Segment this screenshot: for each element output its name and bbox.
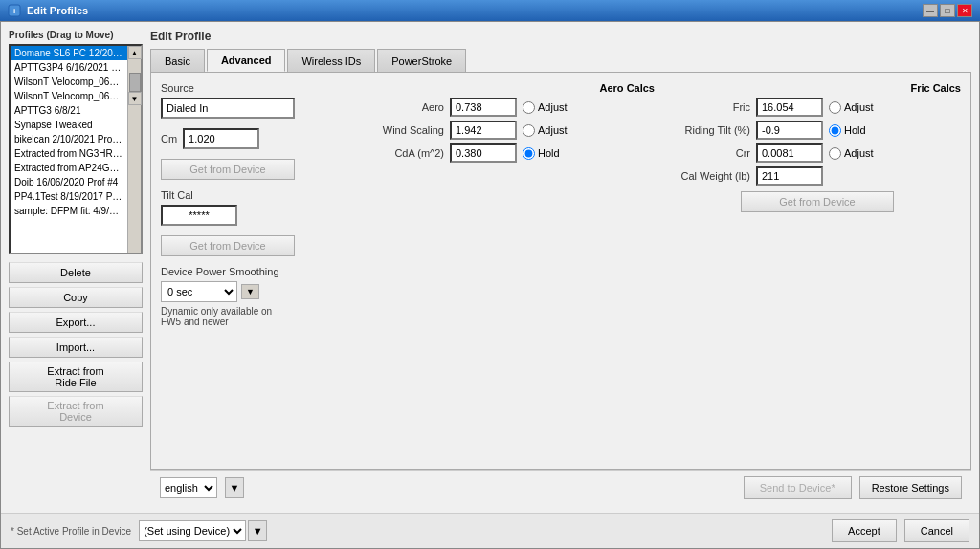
riding-tilt-hold-radio[interactable] [829, 124, 841, 137]
language-select[interactable]: english french german spanish [160, 477, 217, 498]
left-panel: Profiles (Drag to Move) Domane SL6 PC 12… [9, 30, 143, 505]
crr-row: Crr Adjust [674, 143, 961, 163]
aero-adjust-row: Adjust [523, 101, 568, 114]
tabs: Basic Advanced Wireless IDs PowerStroke [150, 49, 971, 72]
crr-label: Crr [674, 147, 750, 159]
list-item[interactable]: Domane SL6 PC 12/20/20 Prof# 4 [11, 46, 127, 60]
crr-adjust-radio[interactable] [829, 147, 841, 160]
smoothing-select[interactable]: 0 sec 1 sec 2 sec 3 sec 5 sec [161, 281, 237, 302]
crr-radio-group: Adjust [829, 147, 874, 160]
scroll-thumb[interactable] [129, 73, 141, 92]
footer-text: * Set Active Profile in Device [11, 526, 131, 537]
cda-hold-radio[interactable] [523, 147, 535, 160]
tab-basic[interactable]: Basic [150, 49, 205, 72]
wind-scaling-label: Wind Scaling [368, 124, 444, 136]
tab-wireless-ids[interactable]: Wireless IDs [287, 49, 375, 72]
wind-adjust-label: Adjust [538, 124, 568, 136]
maximize-button[interactable]: □ [940, 4, 955, 17]
list-item[interactable]: Extracted from AP24G3P3_05_30_2021_08 [11, 161, 127, 175]
cancel-button[interactable]: Cancel [904, 519, 969, 542]
left-buttons: Delete Copy Export... Import... Extract … [9, 262, 143, 427]
edit-profile-label: Edit Profile [150, 30, 971, 43]
cal-weight-input[interactable] [756, 166, 823, 186]
tab-powerstroke[interactable]: PowerStroke [377, 49, 466, 72]
profiles-label: Profiles (Drag to Move) [9, 30, 143, 40]
minimize-button[interactable]: — [923, 4, 938, 17]
get-from-device-3-button[interactable]: Get from Device [741, 191, 894, 212]
list-item[interactable]: Synapse Tweaked [11, 118, 127, 132]
advanced-right-top: Aero Calcs Aero Adjust [368, 82, 961, 212]
extract-from-device-button[interactable]: Extract fromDevice [9, 396, 143, 427]
tab-advanced[interactable]: Advanced [207, 49, 286, 72]
wind-adjust-radio[interactable] [523, 124, 535, 137]
riding-tilt-input[interactable] [756, 121, 823, 140]
riding-tilt-hold-label: Hold [844, 124, 866, 136]
fric-input[interactable] [756, 98, 823, 117]
language-dropdown-arrow[interactable]: ▼ [225, 477, 244, 498]
aero-input[interactable] [450, 98, 517, 117]
scroll-up-arrow[interactable]: ▲ [128, 46, 142, 59]
aero-calcs-label: Aero Calcs [368, 82, 655, 94]
aero-block: Aero Calcs Aero Adjust [368, 82, 655, 212]
list-item[interactable]: Doib 16/06/2020 Prof #4 [11, 175, 127, 189]
list-item[interactable]: bikelcan 2/10/2021 Prof# 1, Tweaked 6/4 [11, 132, 127, 146]
footer-dropdown: (Set using Device) ▼ [139, 520, 267, 541]
crr-adjust-label: Adjust [844, 147, 874, 159]
fric-row: Fric Adjust [674, 98, 961, 117]
source-input[interactable] [161, 98, 295, 119]
export-button[interactable]: Export... [9, 312, 143, 333]
active-profile-dropdown-arrow[interactable]: ▼ [248, 520, 267, 541]
window-title: Edit Profiles [27, 5, 923, 16]
get-from-device-1-button[interactable]: Get from Device [161, 159, 295, 180]
list-item[interactable]: PP4.1Test 8/19/2017 Prof# 1 [11, 189, 127, 204]
cda-input[interactable] [450, 143, 517, 163]
window-controls: — □ ✕ [923, 4, 972, 17]
restore-settings-button[interactable]: Restore Settings [859, 476, 962, 499]
wind-scaling-row: Wind Scaling Adjust [368, 121, 655, 140]
fric-radio-group: Adjust [829, 101, 874, 114]
list-item[interactable]: WilsonT Velocomp_06_05_2 [11, 89, 127, 103]
list-item[interactable]: sample: DFPM fit: 4/9/2008 [11, 204, 127, 218]
fric-adjust-radio[interactable] [829, 101, 841, 114]
cal-weight-row: Cal Weight (lb) [674, 166, 961, 186]
list-item[interactable]: APTTG3P4 6/16/2021 Prof #4 [11, 60, 127, 75]
extract-from-ride-file-button[interactable]: Extract fromRide File [9, 362, 143, 392]
scroll-down-arrow[interactable]: ▼ [128, 92, 142, 105]
fric-adjust-label: Adjust [844, 101, 874, 113]
tilt-cal-group: Tilt Cal [161, 189, 352, 226]
right-panel: Edit Profile Basic Advanced Wireless IDs… [150, 30, 971, 505]
send-to-device-button[interactable]: Send to Device* [744, 476, 852, 499]
wind-scaling-input[interactable] [450, 121, 517, 140]
active-profile-select[interactable]: (Set using Device) [139, 520, 246, 541]
advanced-layout: Source Cm Get from Device Tilt Cal [161, 82, 961, 459]
cm-input[interactable] [183, 128, 259, 149]
list-item[interactable]: Extracted from NG3HR_05_30_2021_0813_ [11, 146, 127, 161]
dialog: Profiles (Drag to Move) Domane SL6 PC 12… [0, 21, 980, 549]
scrollbar[interactable]: ▲ ▼ [127, 46, 141, 253]
profiles-wrapper: Domane SL6 PC 12/20/20 Prof# 4APTTG3P4 6… [9, 44, 143, 254]
crr-adjust-row: Adjust [829, 147, 874, 160]
list-item[interactable]: WilsonT Velocomp_06_09_2 [11, 75, 127, 89]
aero-row: Aero Adjust [368, 98, 655, 117]
advanced-left-column: Source Cm Get from Device Tilt Cal [161, 82, 352, 459]
import-button[interactable]: Import... [9, 337, 143, 358]
crr-input[interactable] [756, 143, 823, 163]
tilt-cal-label: Tilt Cal [161, 189, 352, 201]
close-button[interactable]: ✕ [957, 4, 972, 17]
profiles-list[interactable]: Domane SL6 PC 12/20/20 Prof# 4APTTG3P4 6… [11, 46, 127, 253]
list-item[interactable]: APTTG3 6/8/21 [11, 103, 127, 118]
smoothing-row: 0 sec 1 sec 2 sec 3 sec 5 sec ▼ [161, 281, 352, 302]
accept-button[interactable]: Accept [832, 519, 897, 542]
riding-tilt-hold-row: Hold [829, 124, 866, 137]
riding-tilt-radio-group: Hold [829, 124, 866, 137]
tilt-cal-input[interactable] [161, 205, 237, 226]
cda-hold-row: Hold [523, 147, 560, 160]
delete-button[interactable]: Delete [9, 262, 143, 283]
source-label: Source [161, 82, 352, 94]
aero-adjust-radio[interactable] [523, 101, 535, 114]
smoothing-dropdown-arrow[interactable]: ▼ [241, 284, 259, 299]
advanced-right-column: Aero Calcs Aero Adjust [368, 82, 961, 459]
copy-button[interactable]: Copy [9, 287, 143, 308]
app-icon: i [8, 4, 21, 17]
get-from-device-2-button[interactable]: Get from Device [161, 235, 295, 256]
